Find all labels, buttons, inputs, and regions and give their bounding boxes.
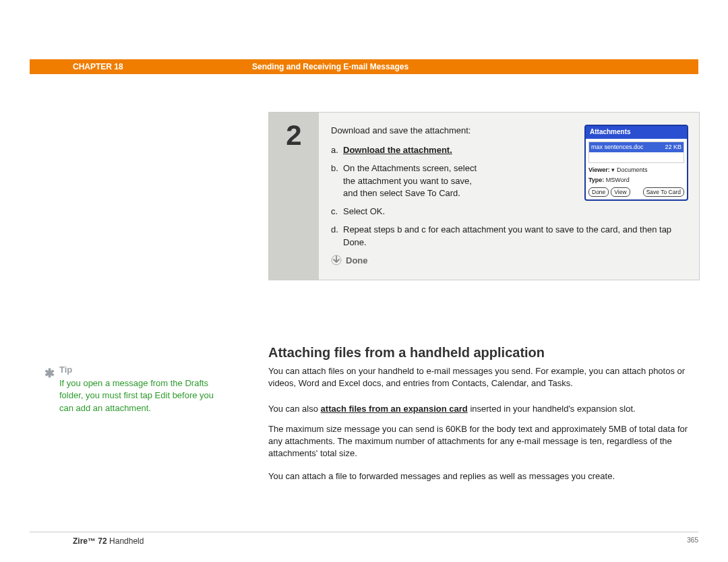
footer-product-rest: Handheld	[107, 536, 144, 546]
palm-title: Attachments	[586, 126, 687, 139]
palm-type-row: Type: MSWord	[586, 176, 687, 186]
step-letter: d.	[331, 224, 343, 249]
step-number: 2	[269, 113, 319, 280]
palm-file-size: 22 KB	[665, 143, 681, 152]
palm-done-button[interactable]: Done	[588, 187, 609, 197]
tip-label: Tip	[59, 364, 221, 376]
body-paragraph: You can attach a file to forwarded messa…	[268, 470, 700, 482]
palm-file-row[interactable]: max sentences.doc 22 KB	[589, 142, 684, 152]
palm-type-label: Type:	[588, 177, 604, 183]
step-letter: a.	[331, 144, 343, 157]
step-panel: 2 Download and save the attachment: a. D…	[268, 112, 700, 280]
palm-viewer-value: Documents	[617, 166, 648, 173]
step-text: Select OK.	[343, 206, 688, 218]
step-letter: c.	[331, 206, 343, 218]
step-content: Download and save the attachment: a. Dow…	[319, 113, 699, 280]
step-a-link[interactable]: Download the attachment.	[343, 144, 485, 157]
palm-type-value: MSWord	[606, 177, 630, 183]
palm-file-list[interactable]: max sentences.doc 22 KB	[588, 142, 684, 163]
step-text: Repeat steps b and c for each attachment…	[343, 224, 688, 249]
footer-product: Zire™ 72 Handheld	[30, 536, 144, 546]
expansion-card-link[interactable]: attach files from an expansion card	[321, 404, 468, 414]
tip-text: If you open a message from the Drafts fo…	[59, 377, 221, 414]
palm-file-name: max sentences.doc	[591, 143, 644, 152]
section-heading: Attaching files from a handheld applicat…	[268, 345, 545, 361]
body-paragraph: The maximum size message you can send is…	[268, 423, 700, 460]
section-label: Sending and Receiving E-mail Messages	[252, 62, 408, 71]
palm-attachments-screen: Attachments max sentences.doc 22 KB View…	[584, 125, 688, 201]
step-letter: b.	[331, 162, 343, 201]
step-text: On the Attachments screen, select the at…	[343, 162, 485, 201]
body-text-pre: You can also	[268, 404, 321, 414]
page-footer: Zire™ 72 Handheld 365	[30, 532, 698, 546]
asterisk-icon: ✱	[44, 365, 55, 382]
done-indicator: Done	[331, 255, 688, 268]
footer-page-number: 365	[687, 536, 698, 546]
footer-product-bold: Zire™ 72	[73, 536, 107, 546]
palm-view-button[interactable]: View	[611, 187, 630, 197]
done-arrow-icon	[331, 255, 342, 267]
palm-viewer-label: Viewer:	[588, 166, 610, 173]
palm-save-to-card-button[interactable]: Save To Card	[643, 187, 684, 197]
body-paragraph: You can also attach files from an expans…	[268, 403, 700, 415]
body-text-post: inserted in your handheld's expansion sl…	[468, 404, 636, 414]
tip-box: ✱ Tip If you open a message from the Dra…	[59, 364, 221, 414]
palm-viewer-row: Viewer: ▾ Documents	[586, 166, 687, 176]
done-label: Done	[346, 255, 368, 268]
chevron-down-icon[interactable]: ▾	[611, 166, 617, 173]
chapter-label: CHAPTER 18	[73, 62, 123, 71]
page-header: CHAPTER 18 Sending and Receiving E-mail …	[30, 59, 698, 74]
body-paragraph: You can attach files on your handheld to…	[268, 365, 700, 389]
